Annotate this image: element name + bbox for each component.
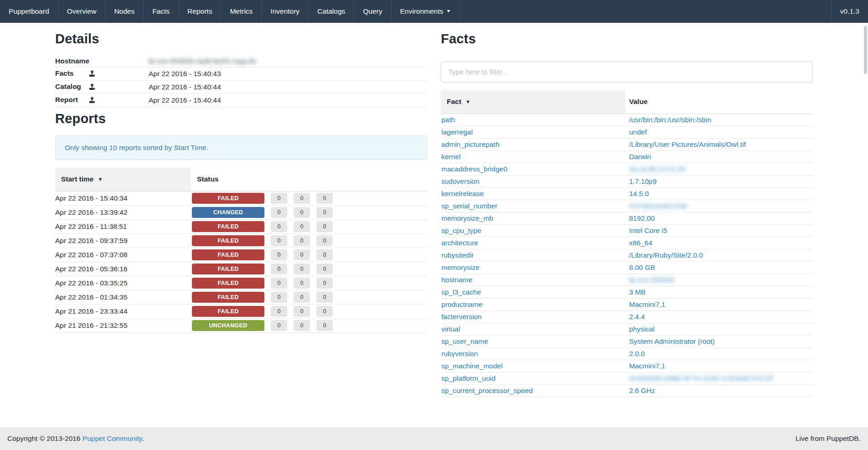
fact-name-link[interactable]: sp_l3_cache xyxy=(441,288,481,296)
fact-name-link[interactable]: sp_current_processor_speed xyxy=(441,387,533,394)
fact-value-cell: System Administrator (root) xyxy=(625,336,813,348)
details-value-text: Apr 22 2016 - 15:40:44 xyxy=(149,83,221,91)
report-row: Apr 22 2016 - 11:38:51FAILED000 xyxy=(55,220,427,234)
fact-value-link[interactable]: /usr/bin:/bin:/usr/sbin:/sbin xyxy=(629,116,711,124)
fact-value-link[interactable]: /Library/Ruby/Site/2.0.0 xyxy=(629,251,703,259)
fact-value-link[interactable]: 41A00A60-60B6-5F7D-A1B2-C3D45E7K372F xyxy=(629,374,774,382)
fact-value-link[interactable]: undef xyxy=(629,128,647,136)
fact-name-link[interactable]: memorysize xyxy=(441,264,480,271)
reports-column-start-time[interactable]: Start time▼ xyxy=(55,168,191,191)
nav-item-facts[interactable]: Facts xyxy=(144,0,179,22)
fact-value-link[interactable]: 14.5.0 xyxy=(629,190,649,197)
reports-column-status[interactable]: Status xyxy=(191,168,427,191)
fact-value-cell: 2.4.4 xyxy=(625,311,813,323)
fact-name-link[interactable]: sp_serial_number xyxy=(441,202,497,210)
nav-brand[interactable]: Puppetboard xyxy=(0,0,58,22)
fact-name-link[interactable]: productname xyxy=(441,300,482,308)
fact-value-link[interactable]: 1.7.10p9 xyxy=(629,177,656,185)
fact-value-link[interactable]: Intel Core i5 xyxy=(629,227,667,234)
fact-value-link[interactable]: 3a:c9:86:22:01:00 xyxy=(629,165,686,173)
upload-icon[interactable] xyxy=(89,70,95,78)
fact-value-cell: /usr/bin:/bin:/usr/sbin:/sbin xyxy=(625,114,813,126)
fact-name-link[interactable]: sp_platform_uuid xyxy=(441,374,496,382)
fact-name-link[interactable]: rubysitedir xyxy=(441,251,474,259)
nav-item-inventory[interactable]: Inventory xyxy=(262,0,309,22)
fact-value-cell: Intel Core i5 xyxy=(625,225,813,237)
upload-icon[interactable] xyxy=(89,83,95,92)
fact-value-link[interactable]: 8192.00 xyxy=(629,214,655,222)
fact-name-link[interactable]: virtual xyxy=(441,325,460,333)
nav-item-overview[interactable]: Overview xyxy=(58,0,106,22)
fact-name-link[interactable]: sp_machine_model xyxy=(441,362,502,370)
nav-item-catalogs[interactable]: Catalogs xyxy=(309,0,354,22)
fact-name-link[interactable]: facterversion xyxy=(441,313,482,321)
nav-item-query[interactable]: Query xyxy=(354,0,391,22)
fact-name-link[interactable]: architecture xyxy=(441,239,478,247)
fact-name-link[interactable]: sudoversion xyxy=(441,177,480,185)
report-start-time: Apr 22 2016 - 07:37:08 xyxy=(55,248,191,262)
metric-count: 0 xyxy=(271,235,287,246)
fact-name-link[interactable]: macaddress_bridge0 xyxy=(441,165,507,173)
fact-name-cell: kernelrelease xyxy=(441,188,625,200)
fact-name-link[interactable]: kernelrelease xyxy=(441,190,484,197)
sort-desc-icon: ▼ xyxy=(465,99,470,104)
report-start-time: Apr 22 2016 - 03:35:25 xyxy=(55,276,191,290)
fact-value-cell: 14.5.0 xyxy=(625,188,813,200)
fact-value-link[interactable]: 2.0.0 xyxy=(629,350,645,357)
fact-value-link[interactable]: Darwin xyxy=(629,153,651,160)
metric-count: 0 xyxy=(294,292,310,303)
fact-value-link[interactable]: physical xyxy=(629,325,655,333)
nav-item-metrics[interactable]: Metrics xyxy=(221,0,262,22)
facts-column-value[interactable]: Value xyxy=(625,90,813,114)
nav-item-reports[interactable]: Reports xyxy=(179,0,221,22)
reports-title: Reports xyxy=(55,111,427,126)
nav-item-environments[interactable]: Environments xyxy=(392,0,460,22)
nav-item-label: Query xyxy=(363,7,382,16)
right-column: Facts Fact▼ Value path/usr/bin:/bin:/usr… xyxy=(441,23,813,397)
metric-count: 0 xyxy=(271,292,287,303)
fact-name-link[interactable]: rubyversion xyxy=(441,350,478,357)
fact-name-link[interactable]: memorysize_mb xyxy=(441,214,493,222)
fact-row: sp_platform_uuid41A00A60-60B6-5F7D-A1B2-… xyxy=(441,372,813,385)
facts-filter-input[interactable] xyxy=(441,62,813,83)
fact-value-link[interactable]: 8.00 GB xyxy=(629,264,655,271)
fact-value-cell: /Library/User Pictures/Animals/Owl.tif xyxy=(625,139,813,151)
metric-count: 0 xyxy=(271,278,287,289)
fact-value-cell: 3 MB xyxy=(625,286,813,299)
nav-item-label: Environments xyxy=(400,7,444,16)
details-row: Hostnamefp-osx-003056.mpib-berlin.mpg.de xyxy=(55,55,427,67)
fact-value-link[interactable]: 2.6 GHz xyxy=(629,387,655,394)
fact-value-link[interactable]: System Administrator (root) xyxy=(629,337,715,345)
fact-value-cell: C07QN1AAG1HW xyxy=(625,200,813,212)
fact-value-link[interactable]: C07QN1AAG1HW xyxy=(629,202,687,210)
fact-name-link[interactable]: sp_user_name xyxy=(441,337,488,345)
report-row: Apr 22 2016 - 03:35:25FAILED000 xyxy=(55,276,427,290)
puppet-community-link[interactable]: Puppet Community xyxy=(83,434,142,442)
facts-column-fact[interactable]: Fact▼ xyxy=(441,90,625,114)
metric-count: 0 xyxy=(316,221,333,232)
fact-value-link[interactable]: Macmini7,1 xyxy=(629,300,665,308)
fact-value-link[interactable]: Macmini7,1 xyxy=(629,362,665,370)
fact-name-cell: sp_machine_model xyxy=(441,360,625,372)
report-start-time: Apr 21 2016 - 21:32:55 xyxy=(55,319,191,333)
report-status-cell: CHANGED000 xyxy=(191,206,427,220)
fact-value-link[interactable]: fp-osx-003056 xyxy=(629,276,674,284)
scrollbar-thumb[interactable] xyxy=(864,26,867,74)
fact-name-link[interactable]: path xyxy=(441,116,455,124)
fact-name-link[interactable]: kernel xyxy=(441,153,460,160)
details-value-text: Apr 22 2016 - 15:40:44 xyxy=(149,96,221,104)
fact-name-link[interactable]: sp_cpu_type xyxy=(441,227,481,234)
upload-icon[interactable] xyxy=(89,97,95,105)
fact-value-link[interactable]: /Library/User Pictures/Animals/Owl.tif xyxy=(629,140,746,148)
report-status-cell: FAILED000 xyxy=(191,248,427,262)
fact-value-link[interactable]: 2.4.4 xyxy=(629,313,645,321)
fact-value-link[interactable]: x86_64 xyxy=(629,239,652,247)
fact-name-link[interactable]: admin_picturepath xyxy=(441,140,500,148)
fact-row: sudoversion1.7.10p9 xyxy=(441,176,813,188)
nav-item-nodes[interactable]: Nodes xyxy=(105,0,144,22)
reports-table: Start time▼ Status Apr 22 2016 - 15:40:3… xyxy=(55,168,427,333)
fact-name-link[interactable]: lagerregal xyxy=(441,128,473,136)
fact-value-link[interactable]: 3 MB xyxy=(629,288,646,296)
fact-name-link[interactable]: hostname xyxy=(441,276,472,284)
nav-item-label: Overview xyxy=(67,7,97,16)
